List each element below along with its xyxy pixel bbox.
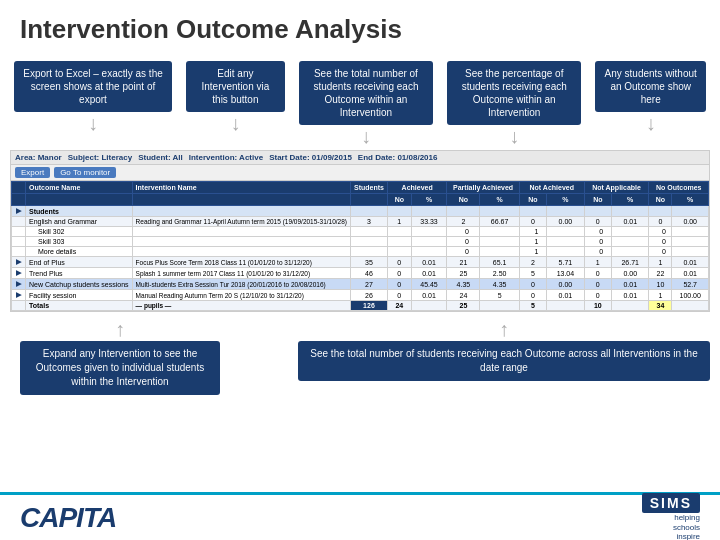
- cell-noout-pct: 0.01: [672, 257, 709, 268]
- table-row: ▶ Students: [12, 206, 709, 217]
- cell-part-pct: [480, 247, 519, 257]
- cell-ach-pct: [411, 227, 447, 237]
- cell-notach-no: 0: [519, 279, 546, 290]
- cell-noout-pct: [672, 206, 709, 217]
- cell-expand[interactable]: ▶: [12, 268, 26, 279]
- cell-part-pct: 2.50: [480, 268, 519, 279]
- cell-expand[interactable]: ▶: [12, 279, 26, 290]
- filter-end: End Date: 01/08/2016: [358, 153, 438, 162]
- cell-noout-no: [649, 206, 672, 217]
- cell-part-no: 2: [447, 217, 480, 227]
- cell-na-no: 0: [584, 247, 611, 257]
- cell-na-no: 0: [584, 290, 611, 301]
- filter-area: Area: Manor: [15, 153, 62, 162]
- cell-part-pct: 65.1: [480, 257, 519, 268]
- cell-students: 26: [350, 290, 387, 301]
- table-subheader-row: No % No % No % No % No %: [12, 194, 709, 206]
- annotation-percentage: See the percentage of students receiving…: [447, 61, 581, 125]
- th-sub-noout-no: No: [649, 194, 672, 206]
- cell-noout-pct: [672, 227, 709, 237]
- annotation-total-students: See the total number of students receivi…: [299, 61, 433, 125]
- cell-intervention: Focus Plus Score Term 2018 Class 11 (01/…: [132, 257, 350, 268]
- data-table-container: Area: Manor Subject: Literacy Student: A…: [10, 150, 710, 312]
- cell-outcome: Skill 303: [26, 237, 133, 247]
- filter-bar: Area: Manor Subject: Literacy Student: A…: [11, 151, 709, 165]
- cell-students: [350, 247, 387, 257]
- cell-part-pct: [480, 237, 519, 247]
- cell-expand[interactable]: ▶: [12, 206, 26, 217]
- th-sub-notach-pct: %: [547, 194, 584, 206]
- table-row: English and Grammar Reading and Grammar …: [12, 217, 709, 227]
- cell-intervention: Multi-students Extra Session Tur 2018 (2…: [132, 279, 350, 290]
- cell-outcome: Students: [26, 206, 133, 217]
- cell-noout-no: 1: [649, 257, 672, 268]
- cell-part-pct: [480, 301, 519, 311]
- th-sub-na-pct: %: [611, 194, 648, 206]
- export-button[interactable]: Export: [15, 167, 50, 178]
- footer: CAPITA SIMS helpingschoolsinspire: [0, 492, 720, 540]
- cell-part-no: 0: [447, 247, 480, 257]
- cell-expand[interactable]: ▶: [12, 257, 26, 268]
- cell-na-pct: 0.00: [611, 268, 648, 279]
- th-sub-na-no: No: [584, 194, 611, 206]
- cell-na-pct: [611, 227, 648, 237]
- cell-na-pct: [611, 237, 648, 247]
- cell-noout-no: 10: [649, 279, 672, 290]
- capita-logo: CAPITA: [20, 502, 116, 534]
- cell-ach-pct: 45.45: [411, 279, 447, 290]
- cell-students: [350, 227, 387, 237]
- th-outcome: Outcome Name: [26, 182, 133, 194]
- th-sub-students: [350, 194, 387, 206]
- cell-ach-pct: 0.01: [411, 257, 447, 268]
- cell-noout-no: 0: [649, 237, 672, 247]
- table-row: Skill 303 0 1 0 0: [12, 237, 709, 247]
- th-no-outcome: No Outcomes: [649, 182, 709, 194]
- cell-na-pct: 0.01: [611, 279, 648, 290]
- filter-subject: Subject: Literacy: [68, 153, 132, 162]
- cell-part-no: 0: [447, 237, 480, 247]
- cell-ach-no: [387, 227, 411, 237]
- cell-notach-no: 1: [519, 247, 546, 257]
- table-row: ▶ Facility session Manual Reading Autumn…: [12, 290, 709, 301]
- cell-ach-no: 1: [387, 217, 411, 227]
- cell-outcome: End of Plus: [26, 257, 133, 268]
- cell-expand[interactable]: ▶: [12, 290, 26, 301]
- cell-intervention: [132, 206, 350, 217]
- cell-outcome: Facility session: [26, 290, 133, 301]
- cell-students: 46: [350, 268, 387, 279]
- cell-notach-no: 1: [519, 237, 546, 247]
- cell-ach-pct: 33.33: [411, 217, 447, 227]
- cell-notach-pct: [547, 301, 584, 311]
- cell-noout-pct: 100.00: [672, 290, 709, 301]
- th-sub-ach-no: No: [387, 194, 411, 206]
- cell-na-no: 1: [584, 257, 611, 268]
- cell-ach-pct: [411, 237, 447, 247]
- cell-noout-no: 0: [649, 217, 672, 227]
- page-title: Intervention Outcome Analysis: [0, 0, 720, 55]
- cell-ach-no: 0: [387, 290, 411, 301]
- cell-students: [350, 237, 387, 247]
- cell-intervention: — pupils —: [132, 301, 350, 311]
- cell-noout-no: 0: [649, 247, 672, 257]
- action-buttons-bar: Export Go To monitor: [11, 165, 709, 181]
- cell-ach-no: 24: [387, 301, 411, 311]
- cell-noout-pct: 0.01: [672, 268, 709, 279]
- cell-notach-no: 5: [519, 268, 546, 279]
- cell-na-pct: 26.71: [611, 257, 648, 268]
- cell-intervention: [132, 247, 350, 257]
- cell-na-no: [584, 206, 611, 217]
- cell-outcome: Totals: [26, 301, 133, 311]
- th-sub-intervention: [132, 194, 350, 206]
- cell-outcome: New Catchup students sessions: [26, 279, 133, 290]
- cell-ach-no: [387, 247, 411, 257]
- go-to-monitor-button[interactable]: Go To monitor: [54, 167, 116, 178]
- cell-part-no: 25: [447, 301, 480, 311]
- cell-notach-pct: 0.00: [547, 279, 584, 290]
- annotation-totals: See the total number of students receivi…: [298, 341, 710, 381]
- cell-part-no: 4.35: [447, 279, 480, 290]
- cell-outcome: Trend Plus: [26, 268, 133, 279]
- cell-na-no: 0: [584, 279, 611, 290]
- cell-part-pct: [480, 227, 519, 237]
- th-achieved: Achieved: [387, 182, 446, 194]
- th-sub-outcome: [26, 194, 133, 206]
